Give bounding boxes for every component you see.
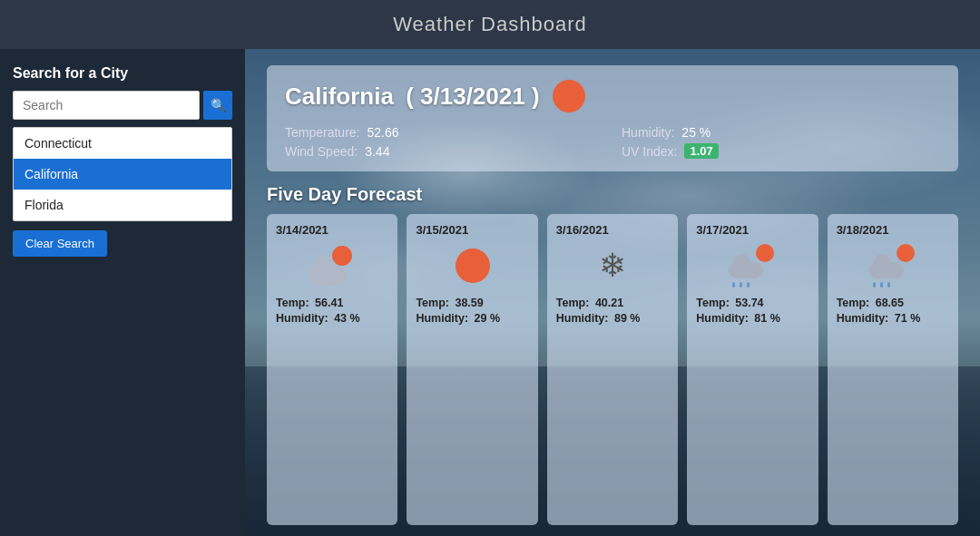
cloud-part [309, 266, 347, 286]
temperature-stat: Temperature: 52.66 [285, 125, 603, 140]
city-header: California ( 3/13/2021 ) [285, 80, 940, 112]
forecast-date-2: 3/16/2021 [556, 223, 609, 237]
sun-part [332, 246, 352, 266]
city-item-connecticut[interactable]: Connecticut [14, 128, 231, 159]
forecast-date-0: 3/14/2021 [276, 223, 328, 237]
forecast-icon-1 [416, 244, 528, 287]
forecast-card-2: 3/16/2021 ❄ Temp: 40.21 Humidity: 89 % [547, 214, 678, 525]
rain-sun-icon-4 [869, 244, 916, 287]
forecast-card-4: 3/18/2021 Temp: [828, 214, 958, 525]
forecast-humidity-0: Humidity: 43 % [276, 312, 360, 325]
current-weather-card: California ( 3/13/2021 ) Temperature: 52… [267, 65, 958, 171]
forecast-icon-3 [696, 244, 808, 287]
forecast-humidity-4: Humidity: 71 % [837, 312, 921, 325]
app-title: Weather Dashboard [393, 13, 587, 35]
forecast-temp-0: Temp: 56.41 [276, 297, 343, 309]
weather-panel: California ( 3/13/2021 ) Temperature: 52… [245, 49, 980, 536]
uv-badge: 1.07 [684, 143, 718, 159]
forecast-humidity-2: Humidity: 89 % [556, 312, 641, 325]
search-input[interactable] [13, 91, 200, 120]
snow-icon: ❄ [593, 247, 632, 285]
forecast-humidity-3: Humidity: 81 % [696, 312, 780, 325]
humidity-stat: Humidity: 25 % [622, 125, 940, 140]
forecast-icon-4 [837, 244, 949, 287]
main-layout: Search for a City 🔍 Connecticut Californ… [0, 49, 980, 536]
current-weather-sun-icon [553, 80, 585, 112]
forecast-card-0: 3/14/2021 Temp: 56.41 Humidity: 43 % [267, 214, 397, 525]
sidebar-title: Search for a City [13, 65, 232, 82]
city-name: California ( 3/13/2021 ) [285, 83, 540, 111]
forecast-date-4: 3/18/2021 [837, 223, 889, 237]
forecast-icon-0 [276, 244, 388, 287]
forecast-card-1: 3/15/2021 Temp: 38.59 Humidity: 29 % [407, 214, 537, 525]
forecast-temp-3: Temp: 53.74 [696, 297, 763, 309]
forecast-card-3: 3/17/2021 Temp: [687, 214, 818, 525]
rain-sun-icon-3 [729, 244, 776, 287]
search-row: 🔍 [13, 91, 232, 120]
city-item-california[interactable]: California [14, 159, 231, 190]
wind-stat: Wind Speed: 3.44 [285, 143, 603, 159]
forecast-temp-4: Temp: 68.65 [837, 297, 904, 309]
uv-stat: UV Index: 1.07 [622, 143, 940, 159]
search-button[interactable]: 🔍 [203, 91, 232, 120]
sidebar: Search for a City 🔍 Connecticut Californ… [0, 49, 245, 536]
forecast-temp-1: Temp: 38.59 [416, 297, 483, 309]
sun-icon [456, 249, 490, 283]
weather-stats: Temperature: 52.66 Humidity: 25 % Wind S… [285, 125, 940, 159]
forecast-title: Five Day Forecast [267, 184, 958, 205]
forecast-cards: 3/14/2021 Temp: 56.41 Humidity: 43 % [267, 214, 958, 525]
forecast-date-3: 3/17/2021 [696, 223, 749, 237]
city-item-florida[interactable]: Florida [14, 190, 231, 220]
search-icon: 🔍 [211, 98, 226, 112]
forecast-humidity-1: Humidity: 29 % [416, 312, 500, 325]
content-overlay: California ( 3/13/2021 ) Temperature: 52… [245, 49, 980, 536]
forecast-date-1: 3/15/2021 [416, 223, 468, 237]
forecast-icon-2: ❄ [556, 244, 669, 287]
cloudy-sun-icon [309, 246, 356, 286]
app-header: Weather Dashboard [0, 0, 980, 49]
forecast-temp-2: Temp: 40.21 [556, 297, 623, 309]
city-list: Connecticut California Florida [13, 127, 232, 221]
clear-search-button[interactable]: Clear Search [13, 230, 107, 257]
